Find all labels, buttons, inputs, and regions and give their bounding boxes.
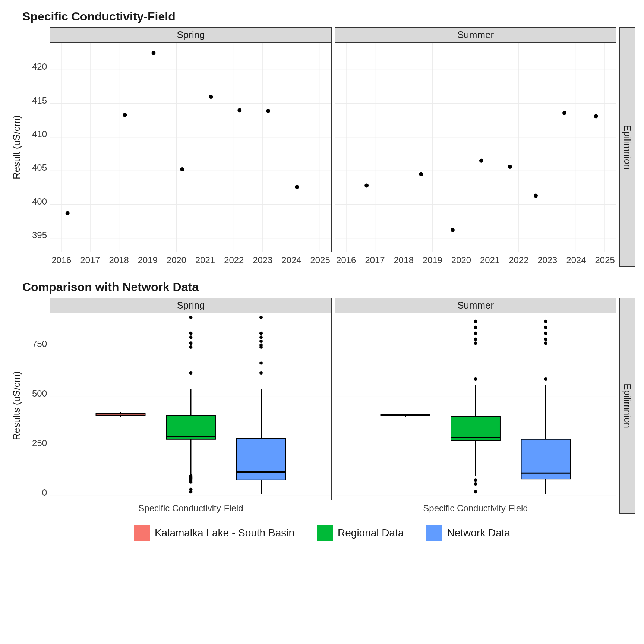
svg-point-140 — [544, 341, 547, 345]
svg-point-129 — [474, 377, 477, 381]
svg-point-127 — [474, 482, 477, 486]
svg-point-106 — [259, 371, 263, 375]
svg-point-91 — [189, 488, 193, 491]
svg-text:2025: 2025 — [310, 255, 330, 265]
legend-label-regional: Regional Data — [338, 527, 404, 539]
chart1-xticks-spring: 2016201720182019202020212022202320242025 — [50, 252, 332, 267]
svg-point-23 — [123, 113, 127, 117]
facet-strip-summer: Summer — [335, 27, 616, 42]
svg-point-132 — [474, 332, 477, 335]
facet-strip-spring-2: Spring — [50, 298, 332, 313]
svg-text:2023: 2023 — [253, 255, 272, 265]
facet-strip-summer-2: Summer — [335, 298, 616, 313]
svg-point-109 — [259, 344, 263, 347]
svg-point-97 — [189, 345, 193, 349]
svg-point-134 — [474, 320, 477, 323]
svg-point-139 — [544, 377, 547, 381]
svg-point-141 — [544, 338, 547, 341]
svg-point-112 — [259, 332, 263, 335]
svg-point-128 — [474, 478, 477, 482]
svg-point-100 — [189, 332, 193, 335]
svg-text:2024: 2024 — [281, 255, 301, 265]
svg-text:2021: 2021 — [480, 255, 500, 265]
svg-text:0: 0 — [42, 487, 47, 498]
svg-point-29 — [295, 185, 299, 189]
facet-strip-spring: Spring — [50, 27, 332, 42]
chart2-xlabel-spring: Specific Conductivity-Field — [50, 500, 332, 514]
chart2-xlabel-summer: Specific Conductivity-Field — [335, 500, 616, 514]
svg-text:750: 750 — [32, 339, 47, 349]
chart2-facet-summer: Summer Specific Conductivity-Field — [335, 298, 616, 514]
chart2-facet-spring: Spring Specific Conductivity-Field — [50, 298, 332, 514]
legend-item-lake: Kalamalka Lake - South Basin — [134, 525, 294, 541]
svg-point-101 — [189, 316, 193, 319]
svg-point-28 — [266, 109, 270, 113]
svg-text:2017: 2017 — [365, 255, 385, 265]
svg-point-99 — [189, 335, 193, 339]
svg-text:2025: 2025 — [595, 255, 615, 265]
svg-text:400: 400 — [32, 196, 47, 206]
svg-text:2019: 2019 — [138, 255, 158, 265]
svg-point-59 — [479, 159, 483, 163]
facet-strip-right-1: Epilimnion — [619, 27, 635, 267]
legend: Kalamalka Lake - South Basin Regional Da… — [9, 525, 635, 541]
legend-item-regional: Regional Data — [317, 525, 404, 541]
svg-text:2018: 2018 — [109, 255, 129, 265]
legend-label-network: Network Data — [447, 527, 510, 539]
chart2-panel-spring — [50, 313, 331, 500]
svg-point-25 — [180, 167, 184, 171]
svg-point-133 — [474, 326, 477, 329]
svg-point-111 — [259, 335, 263, 339]
chart1-xticks-summer: 2016201720182019202020212022202320242025 — [335, 252, 616, 267]
svg-text:415: 415 — [32, 95, 47, 105]
svg-text:2017: 2017 — [80, 255, 100, 265]
chart1-facet-summer: Summer 201620172018201920202021202220232… — [335, 27, 616, 267]
chart2-y-ticks: 0250500750 — [24, 298, 50, 506]
svg-point-62 — [562, 111, 566, 115]
swatch-green — [317, 525, 333, 541]
strip-right-label-1: Epilimnion — [622, 125, 633, 170]
svg-point-56 — [364, 183, 369, 187]
svg-text:2020: 2020 — [167, 255, 186, 265]
svg-text:2019: 2019 — [423, 255, 442, 265]
svg-point-58 — [451, 228, 455, 232]
svg-text:250: 250 — [32, 438, 47, 448]
svg-point-26 — [209, 95, 213, 99]
page: { "chart_data": [ { "type": "scatter", "… — [0, 0, 644, 644]
facet-strip-right-2: Epilimnion — [619, 298, 635, 514]
svg-point-24 — [152, 51, 156, 55]
svg-point-142 — [544, 332, 547, 335]
chart1-panel-spring — [50, 43, 331, 252]
svg-point-95 — [189, 474, 193, 478]
chart2-panel-summer — [335, 313, 616, 500]
chart1-panel-summer — [335, 43, 616, 252]
svg-rect-88 — [166, 416, 215, 439]
svg-point-63 — [594, 114, 598, 118]
svg-point-107 — [259, 361, 263, 364]
svg-point-27 — [237, 108, 242, 112]
swatch-red — [134, 525, 150, 541]
legend-item-network: Network Data — [426, 525, 510, 541]
svg-point-57 — [419, 172, 423, 176]
svg-text:2016: 2016 — [51, 255, 71, 265]
strip-right-label-2: Epilimnion — [622, 383, 633, 428]
svg-point-144 — [544, 320, 547, 323]
svg-point-61 — [534, 194, 538, 198]
chart1-facet-spring: Spring 201620172018201920202021202220232… — [50, 27, 332, 267]
chart2-ylabel: Results (uS/cm) — [11, 371, 22, 440]
svg-point-130 — [474, 341, 477, 345]
svg-text:500: 500 — [32, 388, 47, 398]
svg-text:2024: 2024 — [566, 255, 586, 265]
svg-text:2023: 2023 — [537, 255, 557, 265]
legend-label-lake: Kalamalka Lake - South Basin — [155, 527, 294, 539]
svg-text:2022: 2022 — [509, 255, 528, 265]
svg-point-110 — [259, 340, 263, 343]
svg-point-96 — [189, 371, 193, 375]
svg-point-143 — [544, 326, 547, 329]
svg-text:2016: 2016 — [336, 255, 356, 265]
svg-text:405: 405 — [32, 162, 47, 173]
svg-text:420: 420 — [32, 61, 47, 72]
svg-text:2022: 2022 — [224, 255, 244, 265]
svg-point-60 — [508, 165, 512, 169]
svg-text:2021: 2021 — [195, 255, 215, 265]
